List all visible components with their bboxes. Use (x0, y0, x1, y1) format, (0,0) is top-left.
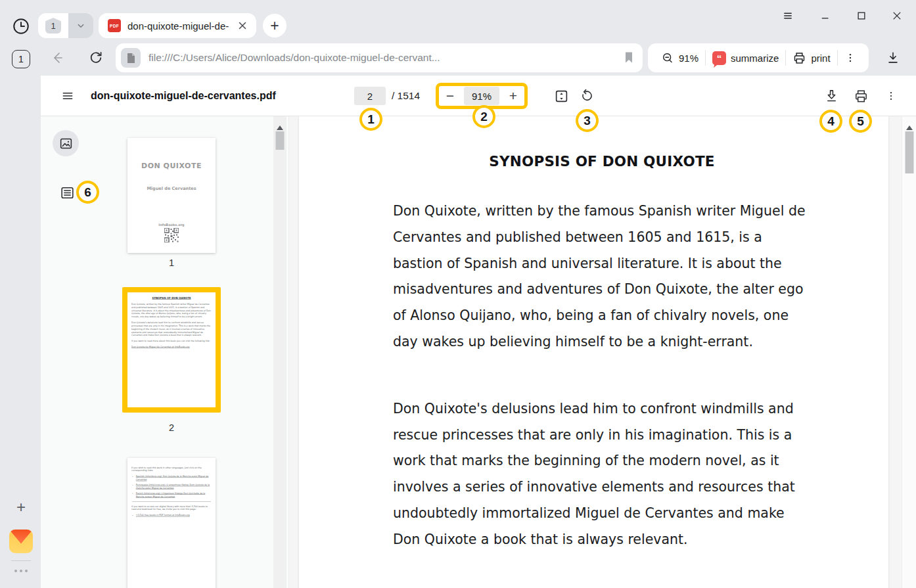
tiny-line: If you wish to read this work in other l… (131, 466, 212, 472)
tiny-link: Don Quixote by Miguel de Cervantes at In… (131, 346, 212, 349)
tiny-link: Portuguese (InfoLivros.org): O engenhoso… (136, 484, 212, 490)
back-arrow-icon (51, 50, 67, 66)
history-button[interactable] (11, 16, 32, 37)
tiny-link: Spanish (InfoLibros.org): Don Quijote de… (136, 475, 212, 482)
close-window-button[interactable] (887, 7, 907, 25)
list-icon (59, 185, 76, 201)
sidebar-scrollbar[interactable] (273, 116, 286, 588)
annotation-callout-5: 5 (849, 110, 872, 133)
tab-bar: 1 PDF don-quixote-miguel-de- + (0, 0, 916, 39)
mail-app-icon[interactable] (9, 530, 33, 553)
maximize-button[interactable] (852, 7, 871, 25)
tab-group-button[interactable]: 1 (38, 13, 68, 38)
menu-icon (782, 10, 794, 22)
page-number-input[interactable] (354, 87, 386, 105)
pdf-more-button[interactable] (881, 76, 901, 116)
zoom-level-value[interactable]: 91% (464, 87, 499, 105)
back-button[interactable] (50, 49, 68, 67)
address-toolbar: file:///C:/Users/Alice/Downloads/don-qui… (41, 39, 916, 76)
annotation-callout-4: 4 (819, 110, 842, 133)
rail-more-button[interactable] (13, 566, 29, 576)
annotation-callout-3: 3 (576, 109, 599, 132)
file-icon (121, 48, 141, 68)
page-thumbnail-1[interactable]: DON QUIXOTE Miguel de Cervantes InfoBook… (127, 138, 216, 253)
minimize-icon (819, 10, 831, 22)
qr-code (164, 228, 179, 242)
download-icon (886, 51, 900, 65)
hamburger-icon (61, 89, 74, 102)
downloads-button[interactable] (883, 49, 903, 67)
minimize-button[interactable] (815, 7, 835, 25)
rotate-icon (580, 89, 594, 103)
page-thumbnail-2-selected[interactable]: SYNOPSIS OF DON QUIXOTE Don Quixote, wri… (122, 287, 221, 413)
reload-button[interactable] (87, 49, 105, 67)
printer-icon (792, 51, 806, 65)
scroll-up-arrow[interactable] (277, 122, 283, 130)
summarize-button[interactable]: “ summarize (706, 43, 785, 72)
kebab-menu-icon (844, 52, 856, 64)
address-bar[interactable]: file:///C:/Users/Alice/Downloads/don-qui… (116, 43, 643, 72)
document-paragraph: Don Quixote, written by the famous Spani… (393, 198, 811, 355)
document-paragraph: Don Quixote's delusions lead him to conf… (393, 396, 811, 553)
printer-icon (854, 89, 869, 104)
pdf-viewport[interactable]: SYNOPSIS OF DON QUIXOTE Don Quixote, wri… (289, 116, 902, 588)
scrollbar-thumb[interactable] (276, 131, 285, 150)
fit-to-page-button[interactable] (551, 76, 571, 116)
annotation-callout-6: 6 (76, 181, 99, 204)
tiny-paragraph: Don Quixote's delusions lead him to conf… (131, 321, 212, 337)
annotation-callout-1: 1 (359, 108, 382, 131)
pdf-menu-button[interactable] (59, 76, 76, 116)
page-zoom-indicator[interactable]: 91% (654, 43, 705, 72)
tab-group-control: 1 (38, 13, 93, 38)
new-tab-button[interactable]: + (263, 14, 286, 37)
close-icon (891, 10, 903, 22)
tiny-line: If you want to access our digital librar… (131, 505, 212, 511)
close-icon (238, 21, 247, 30)
zoom-in-button[interactable]: + (506, 89, 520, 103)
tiny-link: +3,500 free books in PDF format at InfoB… (136, 514, 212, 517)
document-scrollbar[interactable] (902, 116, 916, 588)
summarize-label: summarize (731, 53, 779, 64)
thumbnails-view-button[interactable] (53, 130, 79, 156)
url-text: file:///C:/Users/Alice/Downloads/don-qui… (149, 52, 623, 64)
scroll-up-arrow[interactable] (906, 122, 913, 130)
cover-title: DON QUIXOTE (127, 162, 216, 170)
tab-title: don-quixote-miguel-de- (127, 20, 235, 32)
outline-view-button[interactable] (58, 183, 76, 202)
left-rail: 1 + (0, 39, 41, 588)
reload-icon (88, 50, 104, 66)
page-actions: 91% “ summarize print (648, 43, 869, 72)
rail-divider (11, 560, 31, 561)
tiny-link: French (InfoLivres.org): L'Ingenieux Hid… (136, 492, 212, 499)
thumbnail-page-number: 1 (127, 258, 216, 268)
cover-site: InfoBooks.org (127, 223, 216, 227)
page-thumbnail-3[interactable]: If you wish to read this work in other l… (127, 458, 216, 588)
print-button[interactable]: print (786, 43, 836, 72)
bookmark-icon[interactable] (623, 51, 635, 64)
print-label: print (811, 53, 830, 64)
pdf-filename: don-quixote-miguel-de-cervantes.pdf (91, 76, 276, 116)
rail-add-button[interactable]: + (13, 499, 29, 515)
cover-author: Miguel de Cervantes (127, 186, 216, 191)
kebab-menu-icon (885, 90, 897, 102)
scrollbar-thumb[interactable] (905, 131, 913, 173)
pdf-page: SYNOPSIS OF DON QUIXOTE Don Quixote, wri… (299, 116, 888, 588)
document-heading: SYNOPSIS OF DON QUIXOTE (393, 153, 811, 170)
zoom-out-magnifier-icon (661, 51, 674, 64)
fit-page-icon (554, 89, 569, 104)
tiny-line: If you want to read more about this book… (131, 340, 212, 343)
page-count-label: / 1514 (392, 76, 420, 116)
tab-group-expand-button[interactable] (68, 13, 93, 38)
pdf-file-icon: PDF (108, 19, 121, 32)
more-actions-button[interactable] (838, 43, 863, 72)
zoom-out-button[interactable]: − (443, 89, 457, 103)
download-arrow-icon (824, 89, 839, 104)
browser-menu-button[interactable] (778, 7, 798, 25)
summarize-quote-icon: “ (712, 51, 726, 65)
thumbnail-page-number: 2 (127, 422, 216, 433)
active-tab[interactable]: PDF don-quixote-miguel-de- (99, 13, 256, 38)
image-icon (58, 136, 74, 151)
browser-window: 1 PDF don-quixote-miguel-de- + (0, 0, 916, 588)
rail-tab-counter[interactable]: 1 (12, 50, 30, 68)
tab-close-button[interactable] (235, 18, 250, 33)
